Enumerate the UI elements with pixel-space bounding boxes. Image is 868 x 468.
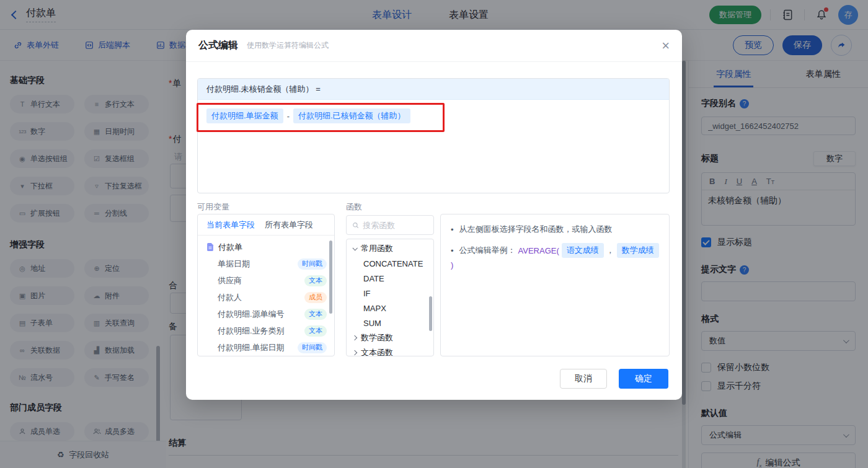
- chevron-down-icon: [352, 245, 357, 250]
- modal-header: 公式编辑 使用数学运算符编辑公式 ×: [186, 30, 682, 62]
- variables-scrollbar[interactable]: [329, 241, 332, 314]
- tab-current-form-fields[interactable]: 当前表单字段: [206, 219, 255, 231]
- close-icon[interactable]: ×: [662, 39, 670, 53]
- type-badge: 文本: [304, 325, 327, 337]
- app-root: 付款单 表单设计 表单设置 数据管理 存: [0, 0, 868, 468]
- function-item[interactable]: SUM: [347, 316, 433, 330]
- function-group-common[interactable]: 常用函数: [347, 241, 433, 256]
- variable-row[interactable]: 付款明细.业务类别文本: [198, 322, 334, 339]
- type-badge: 文本: [304, 275, 327, 286]
- functions-label: 函数: [346, 201, 362, 213]
- example-field-chip: 数学成绩: [617, 243, 659, 258]
- variable-row[interactable]: 付款明细.单据日期时间戳: [198, 339, 334, 356]
- search-icon: [352, 221, 359, 229]
- tree-root-form[interactable]: 付款单: [198, 239, 334, 255]
- tips-panel: • 从左侧面板选择字段名和函数，或输入函数 • 公式编辑举例： AVERAGE(…: [440, 214, 670, 356]
- example-field-chip: 语文成绩: [562, 243, 604, 258]
- functions-scrollbar[interactable]: [429, 296, 432, 331]
- formula-editor-modal: 公式编辑 使用数学运算符编辑公式 × 付款明细.未核销金额（辅助） = 付款明细…: [186, 30, 682, 400]
- formula-target: 付款明细.未核销金额（辅助） =: [198, 79, 669, 100]
- tip-line-2: • 公式编辑举例： AVERAGE( 语文成绩 ， 数学成绩 ): [451, 243, 659, 270]
- chevron-right-icon: [352, 335, 357, 340]
- variable-row[interactable]: 付款人成员: [198, 289, 334, 306]
- type-badge: 成员: [304, 292, 327, 303]
- formula-field-chip[interactable]: 付款明细.单据金额: [206, 108, 283, 123]
- modal-subtitle: 使用数学运算符编辑公式: [247, 40, 329, 51]
- function-item[interactable]: IF: [347, 286, 433, 301]
- type-badge: 时间戳: [298, 258, 327, 270]
- formula-editor-area: 付款明细.未核销金额（辅助） = 付款明细.单据金额 - 付款明细.已核销金额（…: [197, 78, 670, 193]
- tip-line-1: • 从左侧面板选择字段名和函数，或输入函数: [451, 224, 659, 235]
- cancel-button[interactable]: 取消: [560, 369, 607, 389]
- variables-tabs: 当前表单字段 所有表单字段: [198, 214, 334, 236]
- form-doc-icon: [206, 243, 214, 251]
- function-search-input[interactable]: [363, 221, 428, 230]
- bullet-icon: •: [451, 246, 454, 255]
- variable-row[interactable]: 供应商文本: [198, 272, 334, 289]
- variable-row[interactable]: 付款明细.源单编号文本: [198, 306, 334, 322]
- variables-label: 可用变量: [197, 201, 229, 213]
- modal-title: 公式编辑: [198, 39, 238, 52]
- bullet-icon: •: [451, 225, 454, 234]
- type-badge: 文本: [304, 309, 327, 320]
- function-item[interactable]: MAPX: [347, 301, 433, 316]
- functions-panel: 常用函数 CONCATENATE DATE IF MAPX SUM 数学函数 文…: [346, 239, 434, 356]
- variable-row[interactable]: 单据日期时间戳: [198, 255, 334, 272]
- function-item[interactable]: CONCATENATE: [347, 256, 433, 271]
- function-group-text[interactable]: 文本函数: [347, 345, 433, 356]
- formula-expression[interactable]: 付款明细.单据金额 - 付款明细.已核销金额（辅助）: [198, 100, 669, 132]
- function-item[interactable]: DATE: [347, 271, 433, 286]
- type-badge: 时间戳: [298, 342, 327, 353]
- variables-panel: 当前表单字段 所有表单字段 付款单 单据日期时间戳 供应商文本 付款人成员 付款…: [197, 214, 335, 356]
- formula-operator: -: [287, 112, 290, 121]
- function-group-math[interactable]: 数学函数: [347, 330, 433, 345]
- confirm-button[interactable]: 确定: [619, 369, 668, 389]
- formula-field-chip[interactable]: 付款明细.已核销金额（辅助）: [293, 108, 410, 123]
- example-function-open: AVERAGE(: [518, 246, 559, 255]
- function-search-box: [346, 215, 434, 235]
- example-function-close: ): [451, 260, 453, 270]
- chevron-right-icon: [352, 350, 357, 355]
- variables-tree: 付款单 单据日期时间戳 供应商文本 付款人成员 付款明细.源单编号文本 付款明细…: [198, 236, 334, 356]
- tab-all-form-fields[interactable]: 所有表单字段: [265, 219, 313, 231]
